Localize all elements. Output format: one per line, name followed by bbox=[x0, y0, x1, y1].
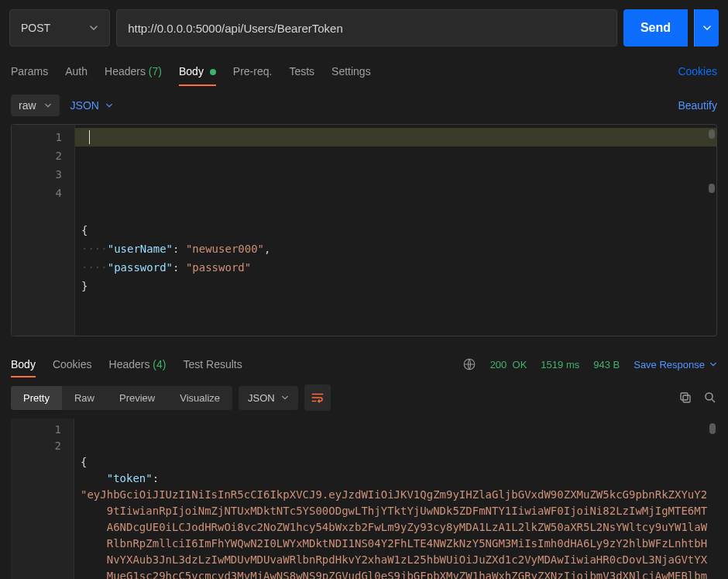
chevron-down-icon bbox=[89, 23, 98, 33]
tab-body-label: Body bbox=[179, 65, 204, 78]
request-tab-row: Params Auth Headers (7) Body Pre-req. Te… bbox=[0, 56, 728, 87]
svg-rect-2 bbox=[681, 393, 688, 400]
text-cursor bbox=[89, 130, 90, 144]
svg-rect-1 bbox=[683, 395, 690, 402]
copy-button[interactable] bbox=[678, 391, 692, 405]
line-gutter: 1 2 3 4 bbox=[11, 419, 74, 579]
resp-tab-body[interactable]: Body bbox=[11, 352, 36, 377]
code-area[interactable]: { "token": "eyJhbGciOiJIUzI1NiIsInR5cCI6… bbox=[74, 419, 717, 579]
search-button[interactable] bbox=[703, 391, 717, 405]
svg-point-3 bbox=[706, 393, 713, 400]
tab-body[interactable]: Body bbox=[179, 57, 216, 85]
tab-settings[interactable]: Settings bbox=[331, 57, 371, 85]
view-visualize[interactable]: Visualize bbox=[167, 386, 232, 410]
body-mode-value: raw bbox=[19, 99, 36, 112]
tab-headers-count: (7) bbox=[149, 65, 162, 78]
body-mode-select[interactable]: raw bbox=[11, 95, 60, 116]
tab-auth[interactable]: Auth bbox=[65, 57, 88, 85]
view-raw[interactable]: Raw bbox=[62, 386, 107, 410]
url-input[interactable] bbox=[116, 9, 617, 47]
http-method-select[interactable]: POST bbox=[9, 9, 110, 47]
line-gutter: 1 2 3 4 bbox=[12, 125, 75, 336]
modified-indicator-icon bbox=[210, 69, 216, 75]
tab-prereq[interactable]: Pre-req. bbox=[233, 57, 273, 85]
response-body-editor[interactable]: 1 2 3 4 { "token": "eyJhbGciOiJIUzI1NiIs… bbox=[11, 419, 717, 579]
view-preview[interactable]: Preview bbox=[107, 386, 167, 410]
response-format-select[interactable]: JSON bbox=[239, 386, 298, 410]
body-format-select[interactable]: JSON bbox=[70, 99, 113, 112]
request-body-editor[interactable]: 1 2 3 4 { ····"userName": "newuser000", … bbox=[11, 124, 717, 336]
resp-tab-cookies[interactable]: Cookies bbox=[53, 352, 92, 377]
beautify-button[interactable]: Beautify bbox=[678, 99, 717, 112]
tab-headers[interactable]: Headers (7) bbox=[105, 57, 162, 85]
send-button[interactable]: Send bbox=[623, 9, 688, 47]
resp-tab-test-results[interactable]: Test Results bbox=[183, 352, 242, 377]
chevron-down-icon bbox=[709, 360, 717, 368]
http-method-value: POST bbox=[21, 22, 50, 34]
save-response-button[interactable]: Save Response bbox=[634, 359, 717, 370]
status-time: 1519 ms bbox=[541, 359, 579, 370]
tab-tests[interactable]: Tests bbox=[289, 57, 314, 85]
resp-tab-headers-label: Headers bbox=[109, 358, 150, 370]
tab-headers-label: Headers bbox=[105, 65, 146, 78]
status-size: 943 B bbox=[593, 359, 620, 370]
wrap-lines-button[interactable] bbox=[304, 384, 331, 411]
wrap-icon bbox=[311, 391, 325, 405]
code-area[interactable]: { ····"userName": "newuser000", ····"pas… bbox=[75, 125, 716, 336]
tab-params[interactable]: Params bbox=[11, 57, 48, 85]
view-mode-group: Pretty Raw Preview Visualize bbox=[11, 386, 232, 410]
status-code: 200 OK bbox=[490, 359, 527, 370]
copy-icon bbox=[678, 391, 692, 405]
chevron-down-icon bbox=[44, 102, 52, 109]
body-format-value: JSON bbox=[70, 99, 99, 112]
chevron-down-icon bbox=[702, 23, 712, 33]
view-pretty[interactable]: Pretty bbox=[11, 386, 62, 410]
send-dropdown-button[interactable] bbox=[694, 9, 719, 47]
resp-tab-headers[interactable]: Headers (4) bbox=[109, 352, 167, 377]
resp-tab-headers-count: (4) bbox=[153, 358, 166, 370]
scrollbar-thumb[interactable] bbox=[709, 423, 716, 434]
chevron-down-icon bbox=[281, 394, 289, 402]
scrollbar-thumb[interactable] bbox=[709, 129, 715, 139]
current-line-highlight bbox=[75, 128, 716, 146]
scrollbar-thumb[interactable] bbox=[709, 184, 715, 193]
search-icon bbox=[703, 391, 717, 405]
globe-icon[interactable] bbox=[462, 357, 476, 371]
cookies-link[interactable]: Cookies bbox=[678, 65, 717, 78]
chevron-down-icon bbox=[105, 102, 113, 109]
